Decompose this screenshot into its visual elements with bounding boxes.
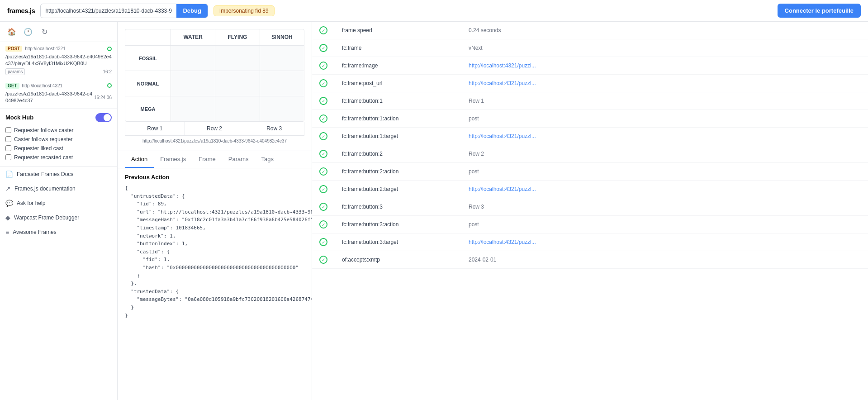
home-icon[interactable]: 🏠 (5, 25, 18, 38)
table-row: ✓ fc:frame:button:3:target http://localh… (312, 233, 868, 251)
row-label-mega: MEGA (125, 96, 171, 121)
status-cell: ✓ (312, 216, 335, 233)
meta-value: 2024-02-01 (461, 251, 868, 269)
table-row: ✓ frame speed 0.24 seconds (312, 22, 868, 39)
sidebar: 🏠 🕐 ↻ POST http://localhost:4321 /puzzle… (0, 22, 118, 400)
sidebar-item-awesome-frames[interactable]: ≡ Awesome Frames (0, 225, 117, 239)
params-link[interactable]: params (5, 68, 25, 75)
grid-row-mega: MEGA (125, 96, 304, 121)
table-row: ✓ fc:frame:image http://localhost:4321/p… (312, 57, 868, 75)
sidebar-item-warpcast-debugger[interactable]: ◆ Warpcast Frame Debugger (0, 210, 117, 225)
meta-value-text: 0.24 seconds (469, 27, 501, 33)
checkbox-input[interactable] (5, 127, 11, 133)
checkbox-input[interactable] (5, 154, 11, 160)
meta-value-text: http://localhost:4321/puzzl... (469, 239, 536, 245)
grid-row-normal: NORMAL (125, 71, 304, 96)
checkbox-requester-recasted-cast[interactable]: Requester recasted cast (5, 153, 112, 162)
tab-framesjs[interactable]: Frames.js (154, 151, 192, 168)
table-row: ✓ fc:frame:button:2:target http://localh… (312, 181, 868, 198)
meta-table: ✓ frame speed 0.24 seconds ✓ fc:frame vN… (312, 22, 868, 269)
meta-value[interactable]: http://localhost:4321/puzzl... (461, 233, 868, 251)
table-row: ✓ of:accepts:xmtp 2024-02-01 (312, 251, 868, 269)
col-header-flying: FLYING (215, 29, 259, 45)
checkbox-input[interactable] (5, 145, 11, 151)
check-icon: ✓ (319, 132, 327, 140)
center-panel: WATER FLYING SINNOH FOSSIL NORMAL (118, 22, 312, 400)
sidebar-item-framesjs-docs[interactable]: ↗ Frames.js documentation (0, 181, 117, 196)
method-badge: POST (5, 46, 22, 52)
status-cell: ✓ (312, 110, 335, 128)
meta-value: post (461, 163, 868, 181)
checkbox-requester-liked-cast[interactable]: Requester liked cast (5, 144, 112, 153)
status-indicator (107, 83, 112, 88)
warpcast-icon: ◆ (5, 214, 10, 221)
meta-key: fc:frame:button:1:action (335, 110, 461, 128)
frame-buttons: Row 1 Row 2 Row 3 (125, 122, 304, 136)
check-icon: ✓ (319, 79, 327, 87)
check-icon: ✓ (319, 114, 327, 123)
meta-value-text: Row 3 (469, 204, 484, 210)
sidebar-item-farcaster-docs[interactable]: 📄 Farcaster Frames Docs (0, 167, 117, 181)
meta-value-text: vNext (469, 45, 483, 51)
meta-value-text: Row 1 (469, 98, 484, 104)
request-path: /puzzles/a19a1810-dacb-4333-9642-e404982… (5, 90, 94, 105)
sidebar-item-help[interactable]: 💬 Ask for help (0, 196, 117, 210)
frame-button-row1[interactable]: Row 1 (125, 122, 185, 135)
grid-cell (171, 96, 215, 121)
history-icon[interactable]: 🕐 (22, 25, 34, 38)
status-cell: ✓ (312, 233, 335, 251)
frame-button-row2[interactable]: Row 2 (185, 122, 245, 135)
status-cell: ✓ (312, 181, 335, 198)
frame-url: http://localhost:4321/puzzles/a19a1810-d… (125, 138, 304, 143)
meta-value: post (461, 110, 868, 128)
meta-value[interactable]: http://localhost:4321/puzzl... (461, 181, 868, 198)
right-panel: ✓ frame speed 0.24 seconds ✓ fc:frame vN… (312, 22, 868, 400)
url-input[interactable] (41, 8, 176, 14)
request-path: /puzzles/a19a1810-dacb-4333-9642-e404982… (5, 53, 112, 67)
row-label-fossil: FOSSIL (125, 46, 171, 71)
check-icon: ✓ (319, 97, 327, 105)
status-cell: ✓ (312, 92, 335, 110)
host-label: http://localhost:4321 (22, 83, 63, 88)
table-row: ✓ fc:frame:post_url http://localhost:432… (312, 75, 868, 92)
checkbox-requester-follows-caster[interactable]: Requester follows caster (5, 126, 112, 135)
tab-action[interactable]: Action (125, 151, 154, 168)
tab-frame[interactable]: Frame (192, 151, 222, 168)
checkbox-label: Requester recasted cast (14, 154, 73, 161)
check-icon: ✓ (319, 167, 327, 176)
table-row: ✓ fc:frame:button:2 Row 2 (312, 145, 868, 163)
meta-value[interactable]: http://localhost:4321/puzzl... (461, 57, 868, 75)
meta-value-text: post (469, 168, 479, 175)
tab-params[interactable]: Params (222, 151, 255, 168)
refresh-icon[interactable]: ↻ (38, 25, 51, 38)
frame-preview: WATER FLYING SINNOH FOSSIL NORMAL (118, 22, 312, 151)
check-icon: ✓ (319, 150, 327, 158)
connect-wallet-button[interactable]: Connecter le portefeuille (778, 4, 861, 18)
meta-key: fc:frame:button:1:target (335, 128, 461, 145)
check-icon: ✓ (319, 238, 327, 246)
meta-value-text: http://localhost:4321/puzzl... (469, 186, 536, 192)
tab-tags[interactable]: Tags (255, 151, 280, 168)
check-icon: ✓ (319, 44, 327, 52)
checkbox-caster-follows-requester[interactable]: Caster follows requester (5, 135, 112, 144)
meta-value[interactable]: http://localhost:4321/puzzl... (461, 75, 868, 92)
app-logo: frames.js (7, 7, 35, 14)
request-item[interactable]: GET http://localhost:4321 /puzzles/a19a1… (0, 79, 117, 109)
checkbox-label: Requester liked cast (14, 145, 63, 152)
checkbox-input[interactable] (5, 136, 11, 142)
debug-button[interactable]: Debug (176, 4, 207, 18)
checkbox-label: Requester follows caster (14, 127, 73, 133)
check-icon: ✓ (319, 220, 327, 229)
meta-value: vNext (461, 39, 868, 57)
mock-hub-toggle[interactable] (95, 113, 112, 122)
mock-hub-options: Requester follows caster Caster follows … (5, 126, 112, 162)
meta-value[interactable]: http://localhost:4321/puzzl... (461, 128, 868, 145)
action-panel: Previous Action { "untrustedData": { "fi… (118, 168, 312, 400)
table-row: ✓ fc:frame:button:1:action post (312, 110, 868, 128)
request-time: 16:24:06 (94, 95, 112, 100)
checkbox-label: Caster follows requester (14, 136, 72, 143)
request-item[interactable]: POST http://localhost:4321 /puzzles/a19a… (0, 42, 117, 79)
sidebar-nav: 🏠 🕐 ↻ (0, 22, 117, 42)
meta-key: fc:frame:button:3:action (335, 216, 461, 233)
frame-button-row3[interactable]: Row 3 (244, 122, 304, 135)
